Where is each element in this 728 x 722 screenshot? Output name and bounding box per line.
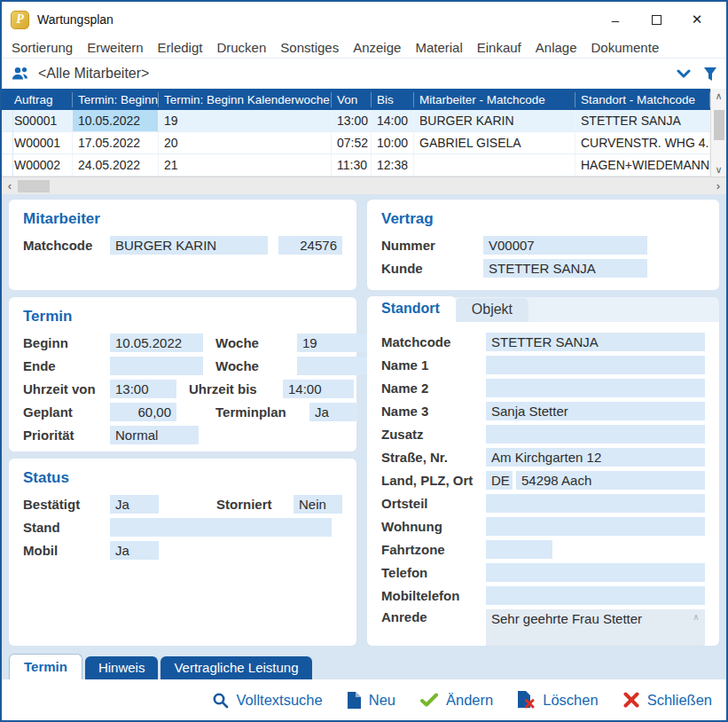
cell-mitarbeiter[interactable]: BURGER KARIN <box>414 110 575 131</box>
cell-auftrag[interactable]: W00001 <box>9 132 73 153</box>
col-kalenderwoche[interactable]: Termin: Beginn Kalenderwoche <box>159 92 332 107</box>
cell-auftrag[interactable]: S00001 <box>9 110 73 131</box>
schliessen-button[interactable]: Schließen <box>623 692 712 709</box>
menu-anlage[interactable]: Anlage <box>528 40 584 55</box>
name1-field[interactable] <box>486 356 705 374</box>
table-row[interactable]: W00002 24.05.2022 21 11:30 12:38 HAGEN+W… <box>2 154 710 177</box>
storniert-field[interactable]: Nein <box>294 495 342 514</box>
tab-objekt[interactable]: Objekt <box>456 298 528 322</box>
cell-standort[interactable]: STETTER SANJA <box>575 110 710 131</box>
mitarbeiter-matchcode-field[interactable]: BURGER KARIN <box>110 236 268 255</box>
woche-ende-field[interactable] <box>297 357 368 375</box>
scroll-right-icon[interactable]: › <box>710 179 726 192</box>
land-field[interactable]: DE <box>486 471 513 490</box>
col-termin-beginn[interactable]: Termin: Beginn <box>73 92 159 107</box>
tab-termin[interactable]: Termin <box>9 654 82 679</box>
mitarbeiter-number-field[interactable]: 24576 <box>278 236 342 255</box>
anrede-scroll-down-icon[interactable]: ∨ <box>693 643 699 646</box>
menu-dokumente[interactable]: Dokumente <box>584 40 667 55</box>
col-mitarbeiter-matchcode[interactable]: Mitarbeiter - Matchcode <box>414 92 575 107</box>
close-button[interactable]: ✕ <box>677 6 717 33</box>
aendern-button[interactable]: Ändern <box>420 692 493 709</box>
hscroll-thumb[interactable] <box>18 180 50 192</box>
tab-vertragliche-leistung[interactable]: Vertragliche Leistung <box>160 656 311 679</box>
neu-button[interactable]: Neu <box>348 692 395 709</box>
maximize-button[interactable] <box>636 6 677 33</box>
scroll-up-icon[interactable]: ∧ <box>715 89 722 103</box>
volltextsuche-button[interactable]: Volltextsuche <box>212 692 323 709</box>
menu-anzeige[interactable]: Anzeige <box>346 40 408 55</box>
chevron-down-icon[interactable] <box>677 69 691 78</box>
bestaetigt-field[interactable]: Ja <box>110 495 159 514</box>
terminplan-field[interactable]: Ja <box>309 403 358 421</box>
anrede-scroll-up-icon[interactable]: ∧ <box>693 612 699 622</box>
cell-von[interactable]: 07:52 <box>332 132 372 153</box>
cell-standort[interactable]: HAGEN+WIEDEMANN A <box>575 154 710 176</box>
table-row[interactable]: S00001 10.05.2022 19 13:00 14:00 BURGER … <box>2 110 710 132</box>
filter-funnel-icon[interactable] <box>703 67 717 82</box>
table-horizontal-scrollbar[interactable]: ‹ › <box>2 177 726 194</box>
minimize-button[interactable]: – <box>595 6 636 33</box>
cell-mitarbeiter[interactable] <box>414 154 575 176</box>
kunde-field[interactable]: STETTER SANJA <box>483 259 647 278</box>
telefon-field[interactable] <box>486 563 705 582</box>
cell-mitarbeiter[interactable]: GABRIEL GISELA <box>414 132 575 153</box>
tab-hinweis[interactable]: Hinweis <box>85 656 159 679</box>
mobil-field[interactable]: Ja <box>110 541 159 560</box>
ende-field[interactable] <box>110 357 203 375</box>
name2-field[interactable] <box>486 379 705 397</box>
uhrzeit-bis-field[interactable]: 14:00 <box>283 380 354 398</box>
loeschen-button[interactable]: Löschen <box>518 691 598 709</box>
mobiltelefon-field[interactable] <box>486 586 705 605</box>
cell-termin-beginn[interactable]: 17.05.2022 <box>73 132 159 153</box>
cell-bis[interactable]: 14:00 <box>372 110 414 131</box>
cell-von[interactable]: 11:30 <box>332 154 372 176</box>
stand-field[interactable] <box>110 518 332 537</box>
cell-bis[interactable]: 10:00 <box>372 132 414 153</box>
ortsteil-field[interactable] <box>486 494 705 513</box>
table-vertical-scrollbar[interactable]: ∧ ∨ <box>710 89 726 177</box>
cell-bis[interactable]: 12:38 <box>372 154 414 176</box>
cell-von[interactable]: 13:00 <box>332 110 372 131</box>
menu-einkauf[interactable]: Einkauf <box>470 40 528 55</box>
menu-material[interactable]: Material <box>408 40 469 55</box>
fahrtzone-field[interactable] <box>486 540 552 559</box>
menu-sonstiges[interactable]: Sonstiges <box>273 40 346 55</box>
col-standort-matchcode[interactable]: Standort - Matchcode <box>575 92 710 107</box>
col-von[interactable]: Von <box>332 92 372 107</box>
woche-field[interactable]: 19 <box>297 334 368 352</box>
uhrzeit-von-field[interactable]: 13:00 <box>110 380 176 398</box>
cell-termin-beginn[interactable]: 24.05.2022 <box>73 154 159 176</box>
cell-kalenderwoche[interactable]: 21 <box>159 154 332 176</box>
table-row[interactable]: W00001 17.05.2022 20 07:52 10:00 GABRIEL… <box>2 132 710 154</box>
name3-field[interactable]: Sanja Stetter <box>486 402 705 420</box>
plz-ort-field[interactable]: 54298 Aach <box>516 471 705 490</box>
menu-erweitern[interactable]: Erweitern <box>80 40 150 55</box>
cell-kalenderwoche[interactable]: 19 <box>159 110 332 131</box>
scroll-down-icon[interactable]: ∨ <box>715 162 722 177</box>
beginn-field[interactable]: 10.05.2022 <box>110 334 203 352</box>
standort-matchcode-field[interactable]: STETTER SANJA <box>486 333 705 351</box>
menu-erledigt[interactable]: Erledigt <box>151 40 210 55</box>
anrede-scrollbar[interactable]: ∧ ∨ <box>689 611 703 646</box>
table-header-row[interactable]: Auftrag Termin: Beginn Termin: Beginn Ka… <box>2 89 710 110</box>
cell-standort[interactable]: CURVENSTR. WHG 4.O <box>575 132 710 153</box>
scroll-left-icon[interactable]: ‹ <box>2 179 18 192</box>
menu-drucken[interactable]: Drucken <box>209 40 273 55</box>
strasse-field[interactable]: Am Kirchgarten 12 <box>486 448 705 467</box>
wohnung-field[interactable] <box>486 517 705 536</box>
tab-standort[interactable]: Standort <box>367 296 456 322</box>
nummer-field[interactable]: V00007 <box>483 236 647 255</box>
prioritaet-field[interactable]: Normal <box>110 426 199 444</box>
vscroll-thumb[interactable] <box>714 110 724 140</box>
zusatz-field[interactable] <box>486 425 705 443</box>
menu-sortierung[interactable]: Sortierung <box>4 40 80 55</box>
col-bis[interactable]: Bis <box>372 92 414 107</box>
cell-kalenderwoche[interactable]: 20 <box>159 132 332 153</box>
cell-termin-beginn[interactable]: 10.05.2022 <box>73 110 159 131</box>
anrede-field[interactable]: Sehr geehrte Frau Stetter ∧ ∨ <box>486 609 705 646</box>
col-auftrag[interactable]: Auftrag <box>9 92 73 107</box>
cell-auftrag[interactable]: W00002 <box>9 154 73 176</box>
employee-filter-bar[interactable]: <Alle Mitarbeiter> <box>2 59 726 89</box>
geplant-field[interactable]: 60,00 <box>110 403 176 421</box>
